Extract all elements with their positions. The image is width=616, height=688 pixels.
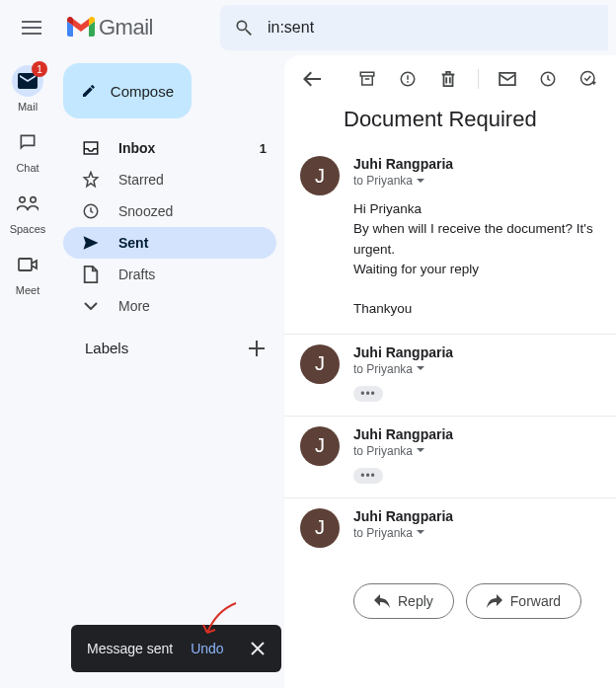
drafts-icon [83,266,99,283]
sent-toast: Message sent Undo [71,625,281,672]
archive-button[interactable] [349,59,384,99]
sidebar-item-starred[interactable]: Starred [63,164,276,195]
sender-name: Juhi Rangparia [353,426,600,442]
svg-point-1 [31,197,37,203]
sidebar-item-label: More [118,298,150,314]
rail-label: Mail [18,101,38,113]
plus-icon [249,341,265,356]
avatar: J [300,156,340,195]
gmail-logo[interactable]: Gmail [67,15,153,40]
reply-label: Reply [398,593,433,609]
forward-label: Forward [510,593,561,609]
delete-button[interactable] [430,59,465,99]
recipient-line[interactable]: to Priyanka [353,526,600,540]
sent-icon [82,234,100,252]
mark-unread-button[interactable] [490,59,524,99]
sidebar-item-label: Inbox [118,140,155,156]
sidebar-item-label: Snoozed [118,203,173,219]
labels-section: Labels [63,322,276,366]
avatar: J [300,426,340,466]
add-task-button[interactable] [572,59,606,99]
message-actions: Reply Forward [284,562,616,641]
toast-close-button[interactable] [242,633,273,664]
snooze-button[interactable] [531,59,566,99]
recipient-text: to Priyanka [353,362,413,376]
sidebar-item-drafts[interactable]: Drafts [63,259,276,290]
trash-icon [440,70,456,88]
meet-icon [18,258,38,271]
reply-icon [374,594,390,608]
undo-button[interactable]: Undo [191,641,223,656]
sidebar-item-sent[interactable]: Sent [63,227,276,259]
rail-label: Spaces [10,223,46,235]
message-item[interactable]: J Juhi Rangparia to Priyanka ••• [284,335,616,417]
search-icon [234,18,254,38]
message-item[interactable]: J Juhi Rangparia to Priyanka Hi Priyanka… [284,146,616,335]
compose-button[interactable]: Compose [63,63,192,118]
sidebar-item-more[interactable]: More [63,290,276,322]
message-toolbar [284,55,616,103]
forward-icon [487,594,502,608]
spaces-icon [17,195,38,211]
sender-name: Juhi Rangparia [353,344,600,360]
thread-subject: Document Required [284,103,616,146]
chevron-down-icon [84,302,98,310]
message-line: Thankyou [353,299,600,319]
avatar: J [300,344,340,384]
chat-icon [18,132,38,152]
app-name: Gmail [99,15,153,40]
recipient-line[interactable]: to Priyanka [353,362,600,376]
rail-label: Meet [16,284,39,296]
search-bar[interactable] [220,5,608,50]
show-trimmed-button[interactable]: ••• [353,386,383,402]
message-line: Waiting for your reply [353,260,600,279]
message-line: By when will I receive the document? It'… [353,219,600,260]
chevron-down-icon [417,530,424,535]
chevron-down-icon [417,366,424,371]
main-menu-button[interactable] [8,4,55,51]
sender-name: Juhi Rangparia [353,156,600,172]
svg-point-0 [20,197,26,203]
rail-item-chat[interactable]: Chat [12,126,43,174]
chevron-down-icon [417,179,424,184]
labels-title: Labels [85,340,128,356]
avatar: J [300,508,340,548]
recipient-text: to Priyanka [353,174,413,188]
clock-icon [82,202,100,220]
show-trimmed-button[interactable]: ••• [353,468,383,484]
spam-button[interactable] [390,59,424,99]
inbox-icon [82,139,100,157]
reply-button[interactable]: Reply [353,583,454,619]
sender-name: Juhi Rangparia [353,508,600,524]
clock-icon [539,70,557,88]
message-item[interactable]: J Juhi Rangparia to Priyanka [284,498,616,562]
app-rail: 1 Mail Chat Spaces Meet [0,55,55,688]
recipient-text: to Priyanka [353,526,413,540]
sidebar-item-label: Starred [118,172,164,188]
message-body: Hi Priyanka By when will I receive the d… [353,199,600,320]
mail-badge: 1 [32,61,47,77]
rail-item-mail[interactable]: 1 Mail [12,65,43,113]
compose-label: Compose [111,83,174,100]
envelope-icon [499,72,516,86]
recipient-line[interactable]: to Priyanka [353,174,600,188]
message-item[interactable]: J Juhi Rangparia to Priyanka ••• [284,417,616,498]
sidebar-item-snoozed[interactable]: Snoozed [63,195,276,227]
rail-item-meet[interactable]: Meet [12,249,43,296]
close-icon [251,642,265,655]
message-line: Hi Priyanka [353,199,600,219]
chevron-down-icon [417,448,424,453]
add-label-button[interactable] [249,341,265,356]
gmail-logo-icon [67,17,95,38]
arrow-left-icon [303,71,321,87]
toolbar-divider [478,69,479,89]
pencil-icon [81,82,97,100]
sidebar-item-inbox[interactable]: Inbox 1 [63,132,276,164]
archive-icon [358,70,376,88]
rail-item-spaces[interactable]: Spaces [10,188,46,235]
search-input[interactable] [268,19,594,37]
thread-view: Document Required J Juhi Rangparia to Pr… [284,55,616,688]
forward-button[interactable]: Forward [466,583,581,619]
back-button[interactable] [294,59,329,99]
recipient-line[interactable]: to Priyanka [353,444,600,458]
